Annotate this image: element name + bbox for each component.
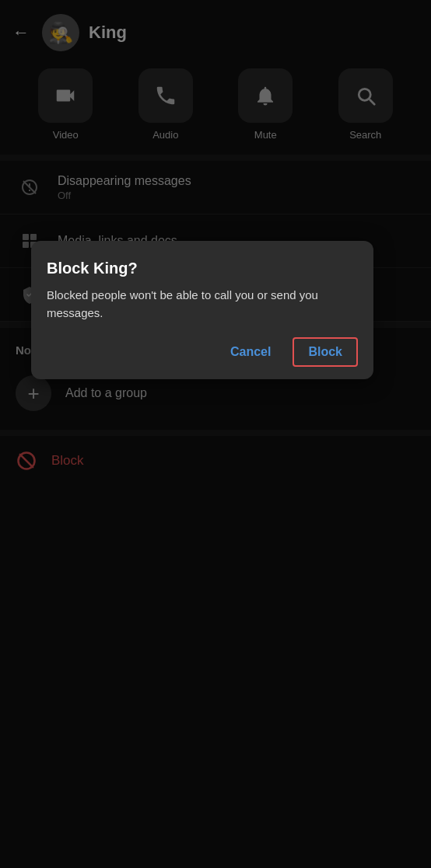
dialog-overlay: Block King? Blocked people won't be able… <box>0 0 431 868</box>
cancel-button[interactable]: Cancel <box>215 337 286 367</box>
dialog-actions: Cancel Block <box>47 337 358 367</box>
dialog-title: Block King? <box>47 260 358 277</box>
dialog-message: Blocked people won't be able to call you… <box>47 287 358 322</box>
block-confirm-button[interactable]: Block <box>293 337 358 367</box>
block-dialog: Block King? Blocked people won't be able… <box>31 241 373 379</box>
